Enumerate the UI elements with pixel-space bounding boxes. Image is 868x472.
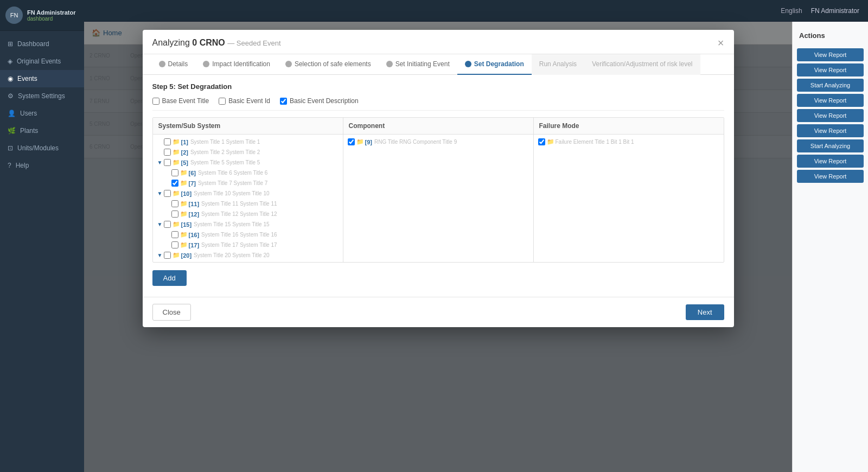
sidebar-nav: ⊞ Dashboard ◈ Original Events ◉ Events ⚙… (0, 31, 84, 178)
sidebar-item-system-settings[interactable]: ⚙ System Settings (0, 87, 84, 105)
tab-safe-indicator (285, 61, 292, 67)
sidebar-label-units: Units/Modules (17, 144, 59, 152)
units-icon: ⊡ (8, 144, 13, 152)
tab-impact-identification[interactable]: Impact Identification (195, 54, 278, 75)
folder-icon: 📁 (173, 149, 180, 156)
action-start-analyzing-2[interactable]: Start Analyzing (797, 139, 864, 152)
sidebar-label-events: Events (17, 75, 37, 82)
item-7-checkbox[interactable] (171, 180, 178, 187)
item-10-checkbox[interactable] (164, 190, 171, 197)
sidebar-label-users: Users (20, 110, 37, 117)
tab-set-degradation[interactable]: Set Degradation (457, 54, 532, 75)
sidebar-label-plants: Plants (20, 127, 38, 135)
item-20-checkbox[interactable] (164, 252, 171, 259)
action-view-report-6[interactable]: View Report (797, 155, 864, 168)
sidebar-item-users[interactable]: 👤 Users (0, 105, 84, 122)
filter-title-checkbox[interactable] (152, 98, 159, 105)
action-start-analyzing-1[interactable]: Start Analyzing (797, 79, 864, 92)
tab-run-analysis[interactable]: Run Analysis (532, 54, 584, 75)
system-column-header: System/Sub System (153, 118, 343, 135)
next-button[interactable]: Next (686, 304, 724, 320)
action-view-report-2[interactable]: View Report (797, 63, 864, 76)
expand-icon-15[interactable]: ▼ (157, 221, 164, 227)
sidebar-item-plants[interactable]: 🌿 Plants (0, 122, 84, 139)
modal: Analyzing 0 CRNO — Seeded Event × Detail… (143, 30, 734, 327)
sidebar-item-events[interactable]: ◉ Events (0, 70, 84, 87)
component-column-header: Component (343, 118, 533, 135)
folder-icon: 📁 (180, 169, 188, 176)
add-section: Add (152, 263, 724, 289)
modal-title-prefix: Analyzing (152, 38, 190, 47)
plants-icon: 🌿 (8, 127, 16, 135)
list-item[interactable]: 📁 [6] System Title 6 System Title 6 (153, 168, 343, 178)
tab-safe-elements[interactable]: Selection of safe elements (278, 54, 379, 75)
add-button[interactable]: Add (152, 270, 187, 286)
help-icon: ? (8, 162, 11, 169)
list-item[interactable]: ▼ 📁 [20] System Title 20 System Title 20 (153, 250, 343, 260)
tab-impact-indicator (203, 61, 209, 67)
tab-verification[interactable]: Verification/Adjustment of risk level (584, 54, 700, 75)
folder-icon: 📁 (173, 190, 180, 197)
list-item[interactable]: 📁 [2] System Title 2 System Title 2 (153, 147, 343, 157)
step-label: Step 5: Set Degradation (152, 82, 724, 91)
wizard-tabs: Details Impact Identification Selection … (143, 54, 734, 75)
filter-description-checkbox[interactable] (280, 98, 287, 105)
sidebar-status: dashboard (27, 16, 75, 22)
list-item[interactable]: 📁 [16] System Title 16 System Title 16 (153, 229, 343, 240)
component-9-checkbox[interactable] (348, 138, 355, 145)
sidebar: FN FN Administrator dashboard ⊞ Dashboar… (0, 0, 84, 472)
list-item[interactable]: 📁 [21] System Title 21 System Title 21 (153, 260, 343, 262)
expand-icon-20[interactable]: ▼ (157, 252, 164, 258)
sidebar-label-help: Help (16, 162, 29, 169)
filter-base-event-id[interactable]: Basic Event Id (219, 97, 270, 105)
sidebar-item-dashboard[interactable]: ⊞ Dashboard (0, 35, 84, 53)
list-item[interactable]: 📁 [7] System Title 7 System Title 7 (153, 178, 343, 188)
modal-close-button[interactable]: × (718, 37, 724, 48)
item-17-checkbox[interactable] (171, 241, 178, 248)
filter-base-event-title[interactable]: Base Event Title (152, 97, 209, 105)
action-view-report-1[interactable]: View Report (797, 48, 864, 61)
expand-icon-5[interactable]: ▼ (157, 160, 164, 165)
item-1-checkbox[interactable] (164, 138, 171, 145)
tab-details[interactable]: Details (151, 54, 196, 75)
action-view-report-5[interactable]: View Report (797, 124, 864, 137)
sidebar-item-units-modules[interactable]: ⊡ Units/Modules (0, 139, 84, 157)
list-item[interactable]: 📁 [12] System Title 12 System Title 12 (153, 209, 343, 219)
sidebar-item-help[interactable]: ? Help (0, 157, 84, 174)
list-item[interactable]: 📁 [1] System Title 1 System Title 1 (153, 137, 343, 147)
expand-icon-10[interactable]: ▼ (157, 190, 164, 196)
item-15-checkbox[interactable] (164, 221, 171, 228)
item-2-checkbox[interactable] (164, 149, 171, 156)
item-16-checkbox[interactable] (171, 231, 178, 238)
list-item[interactable]: 📁 [11] System Title 11 System Title 11 (153, 199, 343, 209)
item-11-checkbox[interactable] (171, 200, 178, 207)
action-view-report-3[interactable]: View Report (797, 94, 864, 107)
action-view-report-7[interactable]: View Report (797, 170, 864, 183)
users-icon: 👤 (8, 110, 16, 117)
action-view-report-4[interactable]: View Report (797, 109, 864, 122)
list-item[interactable]: 📁 [9] RNG Title RNG Component Title 9 (343, 137, 533, 147)
list-item[interactable]: ▼ 📁 [5] System Title 5 System Title 5 (153, 157, 343, 168)
modal-title: Analyzing 0 CRNO — Seeded Event (152, 38, 281, 48)
item-12-checkbox[interactable] (171, 211, 178, 218)
close-button[interactable]: Close (152, 304, 191, 321)
language-selector[interactable]: English (781, 7, 802, 15)
list-item[interactable]: ▼ 📁 [10] System Title 10 System Title 10 (153, 188, 343, 199)
columns-container: System/Sub System 📁 [1] System Title 1 S… (152, 117, 724, 263)
system-column: System/Sub System 📁 [1] System Title 1 S… (153, 118, 343, 262)
sidebar-label-system-settings: System Settings (18, 92, 65, 100)
item-5-checkbox[interactable] (164, 159, 171, 166)
list-item[interactable]: ▼ 📁 [15] System Title 15 System Title 15 (153, 219, 343, 229)
folder-icon: 📁 (173, 159, 180, 166)
list-item[interactable]: 📁 [17] System Title 17 System Title 17 (153, 240, 343, 250)
filter-id-checkbox[interactable] (219, 98, 226, 105)
list-item[interactable]: 📁 Failure Element Title 1 Bit 1 Bit 1 (534, 137, 724, 147)
tab-initiating-event[interactable]: Set Initiating Event (379, 54, 457, 75)
item-6-checkbox[interactable] (171, 169, 178, 176)
filter-base-event-description[interactable]: Basic Event Description (280, 97, 359, 105)
actions-title: Actions (793, 27, 868, 46)
folder-icon: 📁 (173, 138, 180, 145)
failure-checkbox[interactable] (538, 138, 545, 145)
topbar: English FN Administrator (84, 0, 868, 22)
sidebar-item-original-events[interactable]: ◈ Original Events (0, 53, 84, 70)
